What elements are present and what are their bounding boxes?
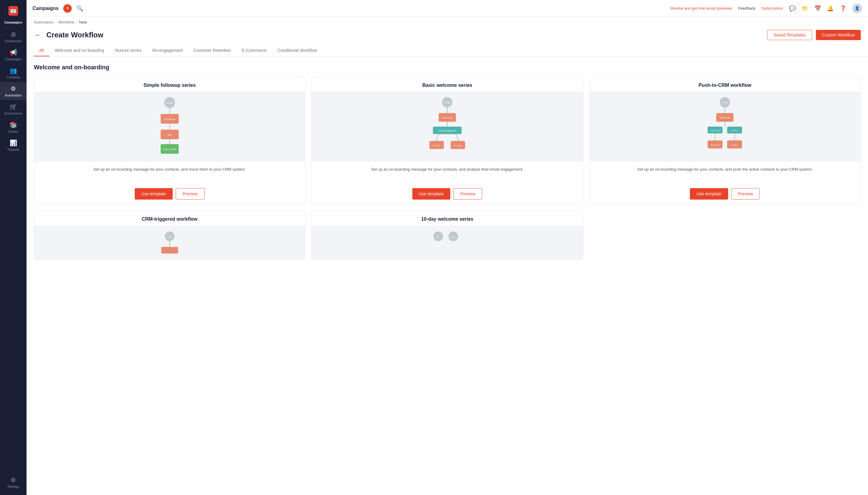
topnav-left: Campaigns + 🔍 bbox=[33, 4, 665, 13]
card-title-5: 10-day welcome series bbox=[312, 211, 583, 225]
tab-ecommerce[interactable]: E-Commerce bbox=[236, 45, 272, 56]
card-desc-3: Set up an on-boarding message for your c… bbox=[594, 166, 856, 183]
calendar-icon[interactable]: 📅 bbox=[814, 5, 821, 12]
tabs: All Welcome and on-boarding Nurture seri… bbox=[27, 45, 868, 57]
svg-text:Follow-up: Follow-up bbox=[433, 145, 440, 147]
card-simple-followup: Simple followup series Contact Send Emai… bbox=[34, 77, 305, 205]
library-icon: 📚 bbox=[10, 121, 17, 129]
page-header-right: Saved Templates Custom Workflow bbox=[767, 30, 861, 40]
sidebar-label-contacts: Contacts bbox=[7, 75, 20, 79]
content-area: Welcome and on-boarding Simple followup … bbox=[27, 57, 868, 495]
breadcrumb: Automation › Workflow › New bbox=[27, 17, 868, 28]
tab-welcome[interactable]: Welcome and on-boarding bbox=[49, 45, 110, 56]
svg-text:Inactive: Inactive bbox=[732, 130, 738, 132]
automation-icon: ⚙ bbox=[11, 85, 16, 92]
search-icon[interactable]: 🔍 bbox=[76, 5, 83, 12]
card-diagram-1: Contact Send Email Wait bbox=[34, 92, 305, 161]
dashboard-icon: ⊞ bbox=[11, 31, 16, 38]
svg-text:Contact: Contact bbox=[166, 102, 174, 104]
avatar[interactable]: 👤 bbox=[852, 4, 862, 13]
subscription-link[interactable]: Subscription bbox=[761, 6, 783, 11]
svg-text:Check Engagement: Check Engagement bbox=[438, 130, 456, 132]
topnav-right: Review and get free email previews Feedb… bbox=[670, 4, 862, 13]
workflow-diagram-pushcrm: Contact Send Email Active Check Inactive bbox=[704, 97, 746, 157]
svg-line-20 bbox=[456, 134, 459, 141]
add-button[interactable]: + bbox=[63, 4, 72, 13]
page-title: Create Workflow bbox=[47, 31, 103, 39]
sidebar-item-campaigns[interactable]: 📢 Campaigns bbox=[0, 46, 27, 64]
card-desc-1: Set up an on-boarding message for your c… bbox=[39, 166, 300, 183]
messages-icon[interactable]: 💬 bbox=[789, 5, 796, 12]
review-link[interactable]: Review and get free email previews bbox=[670, 6, 732, 11]
feedback-link[interactable]: Feedback bbox=[738, 6, 755, 11]
breadcrumb-sep-2: › bbox=[76, 20, 77, 24]
card-push-crm: Push-to-CRM workflow Contact Send Email bbox=[589, 77, 861, 205]
card-title-3: Push-to-CRM workflow bbox=[590, 77, 861, 92]
workflow-diagram-basic: Contact Send Email Check Engagement bbox=[426, 97, 468, 157]
sidebar-item-dashboard[interactable]: ⊞ Dashboard bbox=[0, 28, 27, 46]
svg-text:Day 10: Day 10 bbox=[450, 236, 456, 238]
card-desc-2: Set up an on-boarding message for your c… bbox=[316, 166, 578, 183]
card-diagram-5: Day 1 Day 10 bbox=[312, 225, 583, 259]
use-template-button-3[interactable]: Use template bbox=[690, 188, 728, 200]
folder-icon[interactable]: 📁 bbox=[802, 5, 808, 12]
sidebar-label-settings: Settings bbox=[7, 485, 19, 488]
svg-text:Push CRM: Push CRM bbox=[711, 144, 719, 146]
back-button[interactable]: ← bbox=[34, 30, 43, 40]
sidebar-item-contacts[interactable]: 👥 Contacts bbox=[0, 64, 27, 82]
section-title-welcome: Welcome and on-boarding bbox=[34, 64, 861, 71]
saved-templates-button[interactable]: Saved Templates bbox=[767, 30, 812, 40]
use-template-button-2[interactable]: Use template bbox=[412, 188, 450, 200]
reports-icon: 📊 bbox=[10, 139, 17, 147]
card-diagram-3: Contact Send Email Active Check Inactive bbox=[590, 92, 861, 161]
card-actions-1: Use template Preview bbox=[39, 188, 300, 200]
sidebar-item-library[interactable]: 📚 Library bbox=[0, 118, 27, 136]
tab-all[interactable]: All bbox=[34, 45, 49, 56]
card-body-3: Set up an on-boarding message for your c… bbox=[590, 161, 861, 204]
logo-icon: 📧 bbox=[8, 6, 18, 16]
help-icon[interactable]: ❓ bbox=[840, 5, 846, 12]
sidebar-item-ecommerce[interactable]: 🛒 Ecommerce bbox=[0, 100, 27, 118]
card-title-2: Basic welcome series bbox=[312, 77, 583, 92]
svg-text:CRM: CRM bbox=[167, 236, 172, 238]
tab-retention[interactable]: Customer Retention bbox=[188, 45, 237, 56]
tab-reengagement[interactable]: Re-engagement bbox=[147, 45, 188, 56]
breadcrumb-automation[interactable]: Automation bbox=[34, 20, 54, 24]
contacts-icon: 👥 bbox=[10, 67, 17, 74]
workflow-diagram-tenday: Day 1 Day 10 bbox=[426, 230, 468, 254]
card-body-2: Set up an on-boarding message for your c… bbox=[312, 161, 583, 204]
sidebar-label-dashboard: Dashboard bbox=[5, 39, 21, 43]
sidebar-label-reports: Reports bbox=[7, 148, 19, 151]
app-logo[interactable]: 📧 bbox=[8, 4, 18, 20]
sidebar-item-automation[interactable]: ⚙ Automation bbox=[0, 82, 27, 100]
custom-workflow-button[interactable]: Custom Workflow bbox=[816, 30, 861, 40]
breadcrumb-sep-1: › bbox=[55, 20, 57, 24]
workflow-diagram-crm: CRM bbox=[155, 230, 185, 254]
tab-nurture[interactable]: Nurture series bbox=[110, 45, 147, 56]
preview-button-2[interactable]: Preview bbox=[453, 188, 482, 200]
svg-text:Send Email: Send Email bbox=[164, 118, 175, 120]
svg-text:Active Check: Active Check bbox=[710, 130, 720, 132]
svg-text:Re-engage: Re-engage bbox=[454, 145, 462, 147]
preview-button-3[interactable]: Preview bbox=[731, 188, 760, 200]
sidebar-item-reports[interactable]: 📊 Reports bbox=[0, 136, 27, 154]
sidebar-item-settings[interactable]: ⚙ Settings bbox=[7, 473, 19, 491]
card-crm-triggered: CRM-triggered workflow CRM bbox=[34, 211, 305, 259]
notification-icon[interactable]: 🔔 bbox=[827, 5, 834, 12]
tab-conditional[interactable]: Conditional Workflow bbox=[272, 45, 323, 56]
campaigns-icon: 📢 bbox=[10, 49, 17, 56]
breadcrumb-workflow[interactable]: Workflow bbox=[58, 20, 74, 24]
svg-text:Archive: Archive bbox=[732, 144, 737, 146]
svg-text:Send Email: Send Email bbox=[720, 117, 730, 119]
card-actions-2: Use template Preview bbox=[316, 188, 578, 200]
svg-text:Day 1: Day 1 bbox=[436, 236, 441, 238]
sidebar-label-campaigns: Campaigns bbox=[5, 57, 22, 61]
sidebar-label-automation: Automation bbox=[5, 93, 22, 97]
main-content: Campaigns + 🔍 Review and get free email … bbox=[27, 0, 868, 495]
card-actions-3: Use template Preview bbox=[594, 188, 856, 200]
use-template-button-1[interactable]: Use template bbox=[135, 188, 173, 200]
svg-text:Contact: Contact bbox=[722, 102, 728, 104]
preview-button-1[interactable]: Preview bbox=[176, 188, 205, 200]
breadcrumb-current: New bbox=[79, 20, 87, 24]
settings-icon: ⚙ bbox=[11, 476, 16, 483]
